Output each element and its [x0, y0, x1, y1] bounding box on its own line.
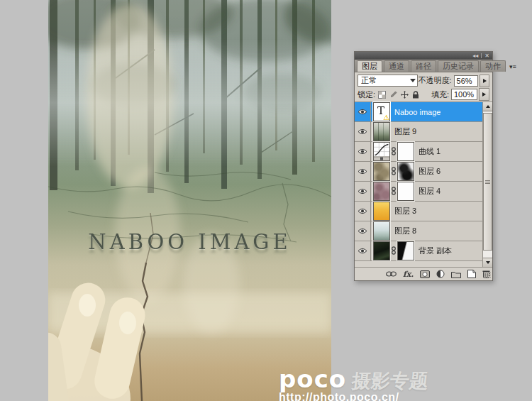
- layer-thumbnail[interactable]: [373, 202, 390, 221]
- layer-name: 背景 副本: [419, 246, 452, 256]
- layer-thumbnail[interactable]: [373, 162, 390, 181]
- watermark: poco 摄影专题 http://photo.poco.cn/: [279, 367, 428, 401]
- layer-row[interactable]: 图层 3: [355, 202, 482, 221]
- titlebar-divider: [481, 53, 482, 58]
- layer-row[interactable]: 图层 8: [355, 221, 482, 241]
- layer-visibility-toggle[interactable]: [355, 202, 371, 221]
- mask-link-icon[interactable]: [392, 246, 396, 256]
- layer-visibility-toggle[interactable]: [355, 221, 371, 241]
- layer-row[interactable]: 背景 副本: [355, 241, 482, 261]
- opacity-value: 56%: [457, 77, 472, 85]
- mask-link-icon[interactable]: [392, 147, 396, 157]
- scroll-down-button[interactable]: [483, 258, 492, 267]
- layer-visibility-toggle[interactable]: [355, 122, 371, 141]
- layer-mask-thumbnail[interactable]: [397, 142, 414, 161]
- poco-logo: poco: [279, 367, 346, 391]
- panel-titlebar[interactable]: ◂◂ ✕: [355, 52, 492, 60]
- layer-row[interactable]: Naboo image: [355, 102, 482, 122]
- layer-mask-thumbnail[interactable]: [397, 241, 414, 260]
- scrollbar-track[interactable]: [483, 111, 492, 258]
- layer-row[interactable]: 图层 9: [355, 122, 482, 142]
- layer-name: 曲线 1: [419, 146, 440, 157]
- opacity-spinner-button[interactable]: [480, 75, 489, 87]
- arrow-down-icon: [486, 261, 490, 264]
- chevron-down-icon: [410, 79, 416, 82]
- tab-label: 动作: [485, 62, 501, 70]
- eye-icon: [358, 168, 367, 175]
- layer-thumbnail[interactable]: [373, 241, 390, 260]
- arrow-up-icon: [486, 105, 490, 108]
- new-layer-button[interactable]: [467, 270, 476, 278]
- add-layer-mask-button[interactable]: [420, 270, 430, 278]
- layer-visibility-toggle[interactable]: [355, 241, 371, 260]
- lock-pixels-brush-icon[interactable]: [389, 91, 397, 99]
- layers-list: Naboo image 图层 9: [355, 102, 482, 267]
- opacity-input[interactable]: 56%: [454, 75, 479, 87]
- layer-mask-thumbnail[interactable]: [397, 162, 414, 181]
- watermark-url: http://photo.poco.cn/: [279, 392, 428, 401]
- collapse-panel-icon[interactable]: ◂◂: [472, 53, 478, 59]
- fill-spinner-button[interactable]: [479, 88, 489, 101]
- lock-all-padlock-icon[interactable]: [412, 91, 419, 99]
- lock-options-row: 锁定: 填充: 100%: [355, 89, 492, 101]
- layer-style-button[interactable]: fx.: [403, 270, 414, 279]
- new-adjustment-layer-button[interactable]: [436, 270, 445, 278]
- photo-artwork: [48, 0, 331, 401]
- layer-visibility-toggle[interactable]: [355, 162, 371, 181]
- eye-icon: [358, 109, 367, 115]
- spinner-arrow-icon: [483, 79, 487, 83]
- layer-row[interactable]: 图层 4: [355, 182, 482, 202]
- layer-thumbnail[interactable]: [373, 102, 390, 121]
- scroll-up-button[interactable]: [483, 102, 492, 111]
- curves-adjustment-icon: [374, 143, 389, 160]
- layer-visibility-toggle[interactable]: [355, 102, 371, 121]
- layer-thumbnail[interactable]: [373, 122, 390, 141]
- eye-icon: [358, 128, 367, 135]
- lock-position-icon[interactable]: [401, 91, 409, 99]
- link-layers-button[interactable]: [386, 271, 397, 277]
- tab-label: 图层: [362, 62, 377, 70]
- layer-mask-thumbnail[interactable]: [397, 182, 414, 201]
- mask-link-icon[interactable]: [392, 187, 396, 197]
- photo-canvas: NABOO IMAGE: [48, 0, 331, 401]
- tab-0[interactable]: 图层: [357, 60, 382, 72]
- lock-transparency-icon[interactable]: [378, 91, 386, 99]
- layer-name: 图层 3: [394, 206, 416, 216]
- scrollbar-grip-icon: [485, 180, 490, 184]
- tab-3[interactable]: 历史记录: [438, 60, 479, 72]
- panel-tabbar: 图层 通道 路径 历史记录 动作 ▾≡: [355, 60, 492, 72]
- tab-1[interactable]: 通道: [384, 60, 409, 72]
- eye-icon: [358, 228, 367, 234]
- layer-name: 图层 6: [419, 166, 440, 177]
- mask-link-icon[interactable]: [392, 167, 396, 177]
- blend-mode-select[interactable]: 正常: [358, 75, 418, 87]
- screen: NABOO IMAGE poco 摄影专题 http://photo.poco.…: [0, 0, 532, 401]
- layer-thumbnail[interactable]: [373, 142, 390, 161]
- fill-input[interactable]: 100%: [451, 89, 477, 100]
- layer-name: 图层 8: [394, 226, 416, 236]
- fill-value: 100%: [454, 90, 474, 99]
- fill-label: 填充:: [431, 89, 449, 100]
- layer-row[interactable]: 曲线 1: [355, 142, 482, 162]
- eye-icon: [358, 188, 367, 194]
- blend-options-row: 正常 不透明度: 56%: [355, 72, 492, 89]
- layers-scrollbar[interactable]: [482, 102, 492, 267]
- watermark-tagline: 摄影专题: [351, 372, 430, 391]
- tab-label: 历史记录: [443, 62, 474, 70]
- close-panel-icon[interactable]: ✕: [484, 53, 489, 59]
- panel-menu-icon: ▾≡: [509, 63, 516, 70]
- layer-thumbnail[interactable]: [373, 182, 390, 201]
- tab-2[interactable]: 路径: [411, 60, 436, 72]
- scrollbar-thumb[interactable]: [483, 113, 492, 251]
- tab-4[interactable]: 动作: [480, 60, 506, 72]
- new-group-button[interactable]: [451, 270, 461, 278]
- layer-name: Naboo image: [394, 108, 440, 116]
- layers-list-area: Naboo image 图层 9: [355, 101, 492, 267]
- panel-menu-button[interactable]: ▾≡: [507, 62, 519, 72]
- opacity-label: 不透明度:: [418, 75, 451, 86]
- layer-thumbnail[interactable]: [373, 221, 390, 241]
- layer-visibility-toggle[interactable]: [355, 182, 371, 201]
- layer-visibility-toggle[interactable]: [355, 142, 371, 161]
- layer-row[interactable]: 图层 6: [355, 162, 482, 182]
- panel-resize-grip[interactable]: [485, 271, 492, 280]
